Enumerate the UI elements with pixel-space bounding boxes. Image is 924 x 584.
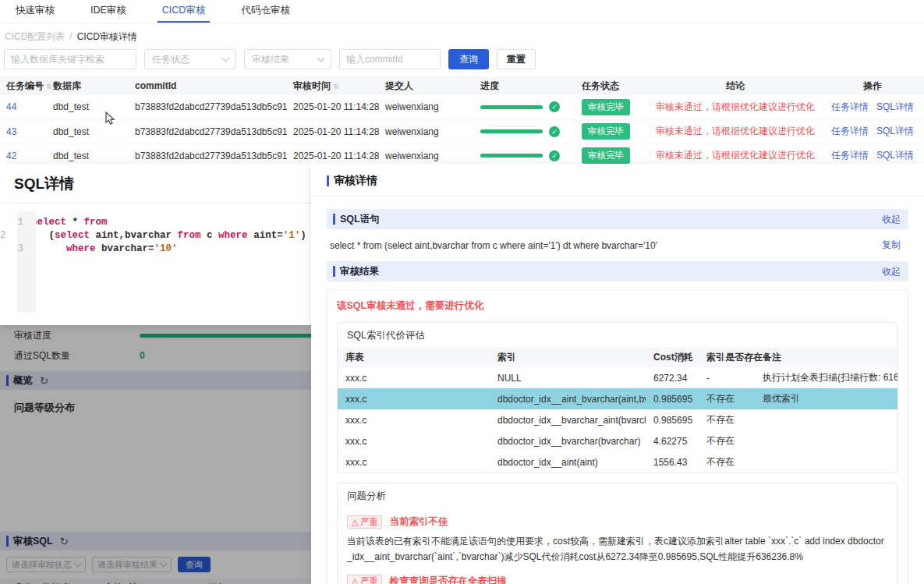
chevron-down-icon	[160, 559, 168, 567]
tab-CICD审核[interactable]: CICD审核	[158, 0, 211, 23]
refresh-icon[interactable]: ↻	[60, 536, 69, 547]
audit-sql-section-header: 审核SQL ↻	[0, 532, 316, 550]
audit-status-select[interactable]: 请选择审核状态	[6, 557, 86, 572]
index-name-cell: NULL	[490, 367, 646, 388]
cost-cell: 4.62275	[646, 430, 699, 451]
table-name-cell: xxx.c	[338, 388, 490, 409]
reset-button[interactable]: 重置	[497, 49, 536, 69]
problem-item-header: △严重检查查询是否存在全表扫描	[347, 575, 888, 584]
index-row: xxx.cNULL6272.34-执行计划全表扫描(扫描行数: 61644)	[338, 367, 898, 388]
index-table-body: xxx.cNULL6272.34-执行计划全表扫描(扫描行数: 61644)xx…	[338, 367, 898, 473]
task-status-cell: 审核完毕	[575, 119, 650, 143]
audit-result-placeholder: 审核结果	[252, 53, 289, 66]
problem-title: 检查查询是否存在全表扫描	[389, 575, 506, 584]
column-header-审核时间[interactable]: 审核时间⇅	[287, 76, 379, 95]
column-header-结论: 结论	[650, 76, 821, 95]
task-row: 43dbd_testb73883fd2dabcd27739da513db5c91…	[0, 119, 924, 143]
index-name-cell: dbdoctor_idx__bvarchar_aint(bvarchar,ain…	[490, 409, 646, 430]
db-keyword-input[interactable]	[4, 49, 136, 69]
action-link-SQL详情[interactable]: SQL详情	[876, 101, 914, 112]
tab-代码仓审核[interactable]: 代码仓审核	[236, 0, 295, 23]
tab-bar: 快速审核IDE审核CICD审核代码仓审核	[0, 0, 924, 23]
index-name-cell: dbdoctor_idx__aint(aint)	[490, 451, 646, 473]
status-badge: 审核完毕	[582, 99, 630, 115]
code-text: where bvarchar='10'	[31, 242, 178, 256]
breadcrumb: CICD配置列表 / CICD审核详情	[0, 23, 924, 45]
audit-result-select[interactable]: 审核结果	[244, 49, 331, 69]
action-link-SQL详情[interactable]: SQL详情	[876, 150, 914, 161]
index-cost-card-title: SQL索引代价评估	[338, 323, 897, 347]
column-header-提交人: 提交人	[379, 76, 474, 95]
accent-bar	[327, 175, 329, 186]
search-button[interactable]: 查询	[448, 49, 489, 69]
index-row: xxx.cdbdoctor_idx__bvarchar(bvarchar)4.6…	[338, 430, 898, 451]
chevron-down-icon	[222, 54, 230, 62]
progress-cell: ✓	[474, 95, 575, 119]
accent-bar	[6, 536, 9, 547]
code-line: 1select * from	[0, 216, 311, 229]
code-segment: bvarchar=	[96, 243, 154, 254]
conclusion-text: 审核未通过，请根据优化建议进行优化	[656, 126, 815, 136]
column-header-审核时间[interactable]: 审核时间⇅	[95, 582, 170, 584]
index-row: xxx.cdbdoctor_idx__aint(aint)1556.43不存在	[338, 451, 898, 473]
note-cell	[755, 409, 898, 430]
severity-label: 严重	[360, 516, 377, 528]
column-header-索引: 索引	[490, 347, 646, 367]
collapse-link[interactable]: 收起	[882, 265, 901, 278]
task-id-cell: 44	[0, 95, 47, 119]
column-header-任务编号[interactable]: 任务编号⇅	[0, 76, 47, 95]
operation-cell: 任务详情SQL详情	[821, 95, 924, 119]
sql-statement-row: select * from (select aint,bvarchar from…	[327, 229, 908, 261]
copy-link[interactable]: 复制	[882, 239, 901, 252]
breadcrumb-parent[interactable]: CICD配置列表	[5, 30, 65, 44]
sql-detail-modal: SQL详情 1select * from2 (select aint,bvarc…	[0, 164, 311, 325]
sort-icon[interactable]: ⇅	[333, 83, 339, 90]
code-segment: c	[201, 230, 219, 241]
sql-statement-section-header: SQL语句 收起	[327, 209, 908, 229]
commit-id-input[interactable]	[339, 49, 441, 69]
tab-IDE审核[interactable]: IDE审核	[86, 0, 131, 23]
breadcrumb-separator: /	[69, 30, 72, 44]
index-cost-card: SQL索引代价评估 库表索引Cost消耗索引是否存在备注 xxx.cNULL62…	[337, 322, 898, 473]
action-link-任务详情[interactable]: 任务详情	[831, 150, 869, 161]
tab-快速审核[interactable]: 快速审核	[11, 0, 59, 23]
audit-sql-search-button[interactable]: 查询	[178, 557, 211, 572]
task-status-select[interactable]: 任务状态	[144, 49, 236, 69]
action-link-任务详情[interactable]: 任务详情	[831, 126, 869, 136]
problem-item: △严重当前索引不佳当前该表的已有索引不能满足该语句的使用要求，cost较高，需新…	[338, 508, 897, 567]
note-cell: 最优索引	[755, 388, 898, 409]
audit-detail-modal: 审核详情 SQL语句 收起 select * from (select aint…	[311, 164, 924, 584]
audit-result-select-small[interactable]: 请选择审核结果	[92, 557, 172, 572]
task-id-link[interactable]: 44	[6, 101, 16, 112]
action-link-SQL详情[interactable]: SQL详情	[876, 126, 914, 136]
commit-id-cell: b73883fd2dabcd27739da513db5c91d16c0630e3	[129, 95, 287, 119]
task-table-header-row: 任务编号⇅数据库commitId审核时间⇅提交人进度任务状态结论操作	[0, 76, 924, 95]
audit-progress-row: 审核进度	[0, 325, 316, 345]
task-id-link[interactable]: 42	[6, 150, 16, 161]
divider	[0, 203, 311, 204]
audit-progress-bar	[140, 334, 316, 338]
exists-cell: 不存在	[699, 430, 755, 451]
audit-progress-label: 审核进度	[0, 329, 140, 342]
column-label: 提交人	[385, 80, 413, 91]
action-link-任务详情[interactable]: 任务详情	[831, 101, 869, 112]
column-header-备注: 备注	[755, 347, 898, 367]
index-row: xxx.cdbdoctor_idx__bvarchar_aint(bvarcha…	[338, 409, 898, 430]
column-label: 进度	[480, 80, 499, 91]
refresh-icon[interactable]: ↻	[40, 375, 48, 387]
sql-code-block[interactable]: 1select * from2 (select aint,bvarchar fr…	[0, 216, 311, 317]
background-page: 审核进度 通过SQL数量 0 概览 ↻ 问题等级分布 警告问题 (2)严重问题 …	[0, 325, 316, 584]
code-segment: aint=	[248, 230, 283, 241]
collapse-link[interactable]: 收起	[882, 213, 901, 226]
filter-bar: 任务状态 审核结果 查询 重置	[0, 45, 924, 69]
sort-icon[interactable]: ⇅	[46, 83, 52, 90]
code-segment: where	[218, 230, 248, 241]
column-header-任务状态: 任务状态	[575, 76, 650, 95]
task-id-link[interactable]: 43	[6, 126, 16, 137]
audit-fail-message: 该SQL审核未通过，需要进行优化	[337, 299, 898, 313]
task-status-placeholder: 任务状态	[152, 53, 189, 66]
operation-cell: 任务详情SQL详情	[821, 119, 924, 143]
submitter-cell: weiwenxiang	[379, 119, 474, 143]
exists-cell: -	[699, 367, 755, 388]
conclusion-cell: 审核未通过，请根据优化建议进行优化	[650, 95, 821, 119]
